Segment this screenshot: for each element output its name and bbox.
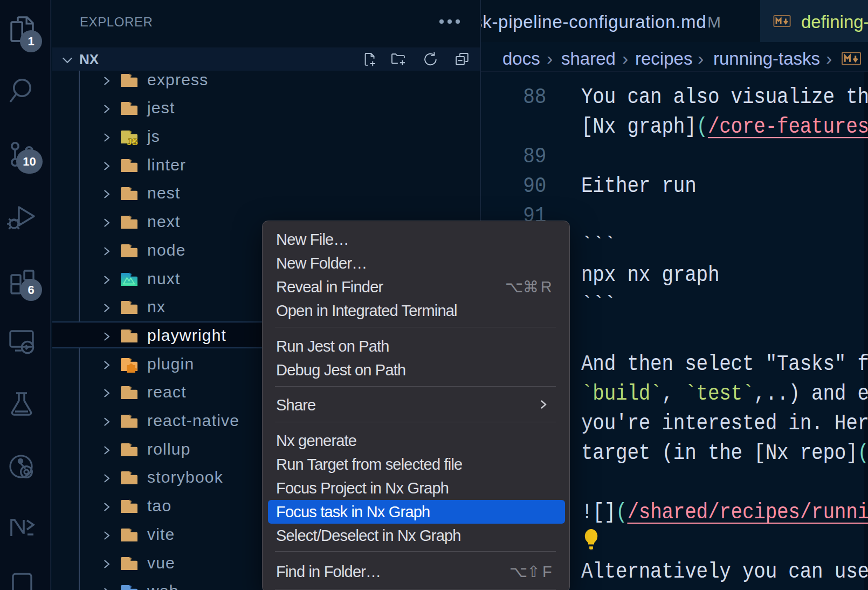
- svg-text:JS: JS: [127, 137, 138, 145]
